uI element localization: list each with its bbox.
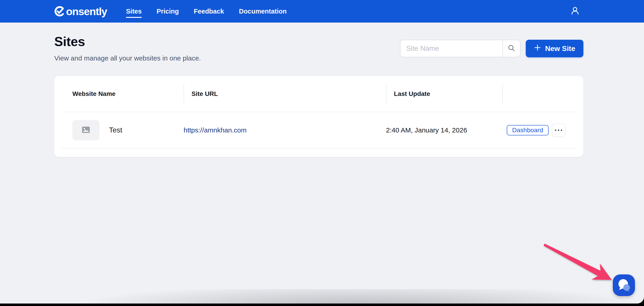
brand-logo[interactable]: onsently xyxy=(54,5,107,18)
search-icon xyxy=(508,44,516,53)
last-update-cell: 2:40 AM, January 14, 2026 xyxy=(386,126,502,134)
last-update-value: 2:40 AM, January 14, 2026 xyxy=(386,126,467,134)
site-name: Test xyxy=(109,126,122,134)
row-actions-cell: Dashboard xyxy=(502,124,565,137)
chat-bubbles-icon xyxy=(617,278,631,293)
user-icon xyxy=(570,6,580,16)
site-search-box xyxy=(400,40,520,57)
search-submit-button[interactable] xyxy=(503,40,520,57)
window-bottom-shadow xyxy=(0,289,644,304)
page-title: Sites xyxy=(54,34,201,49)
column-header-website-name: Website Name xyxy=(72,84,184,104)
site-search-input[interactable] xyxy=(400,40,502,57)
site-url-cell: https://amnkhan.com xyxy=(184,126,386,134)
column-header-site-url: Site URL xyxy=(184,84,386,104)
brand-wordmark: onsently xyxy=(66,5,107,18)
table-header-row: Website Name Site URL Last Update xyxy=(62,76,576,112)
page-subtitle: View and manage all your websites in one… xyxy=(54,54,201,62)
ellipsis-icon xyxy=(555,130,562,131)
user-account-button[interactable] xyxy=(570,6,580,16)
table-row: Test https://amnkhan.com 2:40 AM, Januar… xyxy=(62,112,576,149)
chat-widget-button[interactable] xyxy=(613,274,635,296)
annotation-arrow xyxy=(527,235,622,299)
main-content: Sites View and manage all your websites … xyxy=(0,22,644,157)
site-thumbnail xyxy=(72,120,100,140)
sites-table-card: Website Name Site URL Last Update xyxy=(54,76,584,157)
nav-links: Sites Pricing Feedback Documentation xyxy=(126,8,287,15)
image-placeholder-icon xyxy=(82,127,90,134)
more-options-button[interactable] xyxy=(552,124,565,137)
page-header: Sites View and manage all your websites … xyxy=(54,22,584,62)
nav-item-pricing[interactable]: Pricing xyxy=(157,8,179,15)
page-header-controls: New Site xyxy=(400,40,584,57)
plus-icon xyxy=(534,44,541,53)
nav-item-feedback[interactable]: Feedback xyxy=(194,8,224,15)
site-url-link[interactable]: https://amnkhan.com xyxy=(184,126,246,134)
column-header-last-update: Last Update xyxy=(386,84,502,104)
new-site-button-label: New Site xyxy=(545,44,575,53)
website-name-cell: Test xyxy=(72,120,184,140)
page-header-text: Sites View and manage all your websites … xyxy=(54,34,201,62)
new-site-button[interactable]: New Site xyxy=(526,40,584,57)
nav-item-documentation[interactable]: Documentation xyxy=(239,8,287,15)
nav-item-sites[interactable]: Sites xyxy=(126,8,142,15)
browser-page: onsently Sites Pricing Feedback Document… xyxy=(0,0,644,304)
desktop-background: onsently Sites Pricing Feedback Document… xyxy=(0,0,644,306)
dashboard-button[interactable]: Dashboard xyxy=(507,125,548,135)
check-circle-logo-icon xyxy=(54,5,66,17)
top-navbar: onsently Sites Pricing Feedback Document… xyxy=(0,0,644,22)
column-header-actions xyxy=(502,84,565,104)
